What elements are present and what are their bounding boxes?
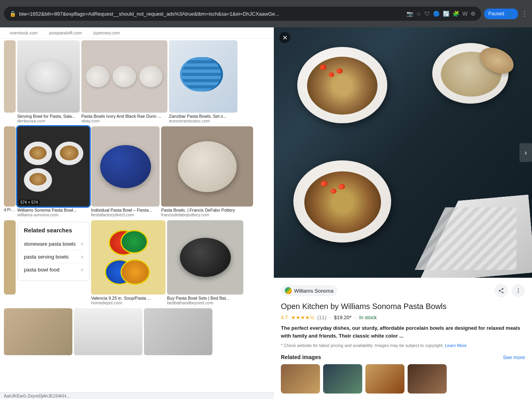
image-detail-panel: ✕ › <box>274 27 532 399</box>
learn-more-link[interactable]: Learn More <box>445 343 467 348</box>
image-source: euroceramicainc.com <box>169 119 237 123</box>
chevron-right-icon: › <box>81 253 83 260</box>
camera-icon[interactable]: 📷 <box>406 11 413 17</box>
source-overstock: overstock.com <box>4 31 43 35</box>
related-thumb-1[interactable] <box>281 364 320 394</box>
browser-menu-icon[interactable]: ⋮ <box>521 9 528 18</box>
related-search-food[interactable]: pasta bowl food › <box>24 263 83 276</box>
pricing-note: * Check website for latest pricing and a… <box>281 343 525 349</box>
product-hero-image <box>274 27 532 278</box>
image-results-panel: overstock.com jonopandolfi.com jcpenney.… <box>0 27 274 399</box>
detail-info-section: Williams Sonoma Open Kitchen by Williams… <box>274 278 532 399</box>
image-source: bedbathandbeyond.com <box>167 300 243 305</box>
list-item[interactable]: d Prod... <box>4 126 16 217</box>
image-source: fiestafactorydirect.com <box>91 212 160 217</box>
image-dimensions: 574 × 574 <box>19 200 40 205</box>
sync-icon[interactable]: 🔄 <box>443 11 449 17</box>
address-bar[interactable]: 🔒 biw=1652&bih=897&expflags=AdRequest__s… <box>4 7 481 21</box>
image-row-2: d Prod... <box>0 125 274 219</box>
url-bar: AahJKEwt1-ZeyreDjAhJE154KH... <box>0 392 274 399</box>
action-icons-group <box>494 284 525 297</box>
paused-label: Paused <box>488 11 504 16</box>
stock-status: In stock <box>359 315 377 320</box>
description-text: The perfect everyday dishes, our sturdy,… <box>281 325 520 339</box>
image-source: ebay.com <box>81 119 167 123</box>
list-item[interactable]: Buy Pasta Bowl Sets | Bed Bat... bedbath… <box>167 220 243 305</box>
rating-row: 4.7 ★★★★½ (11) · $19.20* · In stock <box>281 315 525 320</box>
source-labels-row: overstock.com jonopandolfi.com jcpenney.… <box>0 27 274 39</box>
image-row-1: Serving Bowl for Pasta, Sala... denbyusa… <box>0 39 274 125</box>
star-rating: 4.7 <box>281 315 288 320</box>
paused-badge: Paused 👤 <box>484 9 518 19</box>
image-source: homedepot.com <box>91 300 165 305</box>
puzzle-icon[interactable]: 🧩 <box>453 11 459 17</box>
williams-sonoma-icon <box>285 287 292 294</box>
related-images-title: Related images <box>281 354 321 360</box>
svg-point-2 <box>518 292 519 293</box>
image-source: denbyusa.com <box>17 119 80 123</box>
pricing-note-text: * Check website for latest pricing and a… <box>281 343 444 348</box>
related-thumb-2[interactable] <box>323 364 362 394</box>
product-title: Open Kitchen by Williams Sonoma Pasta Bo… <box>281 301 525 311</box>
mixed-row: Related searches stoneware pasta bowls ›… <box>0 219 274 307</box>
next-image-button[interactable]: › <box>519 143 532 162</box>
list-item[interactable]: Individual Pasta Bowl – Fiesta... fiesta… <box>91 126 160 217</box>
related-thumb-3[interactable] <box>365 364 404 394</box>
share-button[interactable] <box>494 284 508 297</box>
lock-icon: 🔒 <box>9 11 16 17</box>
word-icon[interactable]: W <box>462 11 467 17</box>
image-title: Zanzibar Pasta Bowls, Set o... <box>169 114 237 119</box>
see-more-link[interactable]: See more <box>503 354 525 360</box>
related-thumbnails <box>281 364 525 394</box>
source-jcpenney: jcpenney.com <box>88 31 126 35</box>
related-search-serving[interactable]: pasta serving bowls › <box>24 250 83 263</box>
chevron-right-icon: › <box>81 266 83 273</box>
list-item[interactable]: Pasta Bowls. | Francis DeFabo Pottery fr… <box>161 126 253 217</box>
url-text: biw=1652&bih=897&expflags=AdRequest__sho… <box>19 11 403 17</box>
source-name: Williams Sonoma <box>294 288 333 294</box>
close-button[interactable]: ✕ <box>279 32 290 43</box>
image-title: Serving Bowl for Pasta, Sala... <box>17 114 80 119</box>
selected-image-card[interactable]: 574 × 574 Williams Sonoma Pasta Bowl... … <box>17 126 90 217</box>
apps-icon[interactable]: ⚙ <box>471 11 476 17</box>
image-title: Williams Sonoma Pasta Bowl... <box>17 208 90 212</box>
related-search-stoneware[interactable]: stoneware pasta bowls › <box>24 237 83 250</box>
image-source: francisdefabopottery.com <box>161 212 253 217</box>
detail-image-area: ✕ › <box>274 27 532 278</box>
related-search-label: stoneware pasta bowls <box>24 241 75 247</box>
related-searches-box: Related searches stoneware pasta bowls ›… <box>17 222 90 281</box>
separator: · <box>355 315 356 320</box>
related-thumb-4[interactable] <box>408 364 447 394</box>
related-search-label: pasta bowl food <box>24 267 59 273</box>
image-title: Buy Pasta Bowl Sets | Bed Bat... <box>167 296 243 300</box>
image-row-4 <box>0 307 274 357</box>
list-item[interactable]: Pasta Bowls Ivory And Black Rae Dunn ...… <box>81 40 167 123</box>
product-description: The perfect everyday dishes, our sturdy,… <box>281 324 525 340</box>
list-item[interactable] <box>144 308 212 355</box>
more-options-button[interactable] <box>512 284 525 297</box>
review-count: (11) <box>317 315 326 320</box>
list-item[interactable]: Zanzibar Pasta Bowls, Set o... euroceram… <box>169 40 237 123</box>
list-item[interactable] <box>74 308 142 355</box>
source-jonopandolfi: jonopandolfi.com <box>43 31 88 35</box>
source-action-row: Williams Sonoma <box>281 284 525 297</box>
profile-icon: 👤 <box>506 10 514 18</box>
bookmark-icon[interactable]: ☆ <box>416 11 421 17</box>
product-price: $19.20* <box>334 315 352 320</box>
svg-point-1 <box>518 290 519 291</box>
image-source: williams-sonoma.com <box>17 212 90 217</box>
source-badge[interactable]: Williams Sonoma <box>281 285 337 296</box>
list-item[interactable] <box>4 308 72 355</box>
chevron-right-icon: › <box>81 241 83 247</box>
shield-icon[interactable]: 🛡 <box>424 11 430 17</box>
main-content-area: overstock.com jonopandolfi.com jcpenney.… <box>0 27 532 399</box>
browser-chrome: 🔒 biw=1652&bih=897&expflags=AdRequest__s… <box>0 0 532 27</box>
separator: · <box>329 315 331 320</box>
image-title: Pasta Bowls. | Francis DeFabo Pottery <box>161 208 253 212</box>
list-item[interactable] <box>4 40 16 123</box>
list-item[interactable]: Valencia 9.25 in. Soup/Pasta ... homedep… <box>91 220 165 305</box>
svg-point-0 <box>518 288 519 289</box>
extension-icon[interactable]: 🔵 <box>433 11 440 17</box>
related-searches-title: Related searches <box>24 227 83 234</box>
list-item[interactable]: Serving Bowl for Pasta, Sala... denbyusa… <box>17 40 80 123</box>
